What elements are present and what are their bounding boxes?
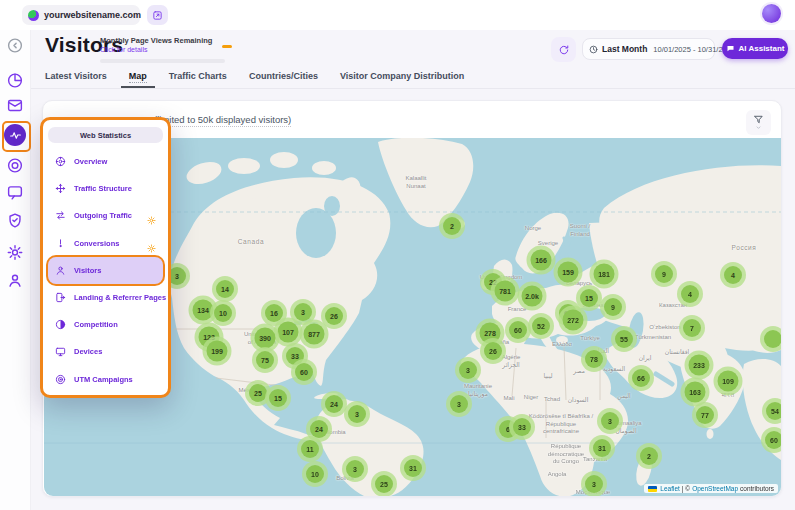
web-statistics-icon[interactable] <box>4 124 26 146</box>
external-link-icon <box>152 10 163 21</box>
map-cluster-marker[interactable]: 166 <box>531 250 552 271</box>
map-cluster-marker[interactable]: 278 <box>480 323 501 344</box>
menu-item-visitors[interactable]: Visitors <box>48 257 163 284</box>
leaflet-link[interactable]: Leaflet <box>660 485 680 492</box>
map-cluster-marker[interactable]: 4 <box>681 285 699 303</box>
map-cluster-marker[interactable]: 52 <box>532 317 550 335</box>
filter-button[interactable] <box>746 110 771 135</box>
map-cluster-marker[interactable]: 877 <box>304 324 325 345</box>
map-cluster-marker[interactable]: 3 <box>346 460 364 478</box>
menu-item-label: Conversions <box>74 239 119 248</box>
website-selector[interactable]: yourwebsitename.com <box>22 5 140 25</box>
map-cluster-marker[interactable]: 11 <box>301 440 319 458</box>
map-cluster-marker[interactable]: 2.0k <box>522 286 543 307</box>
map-cluster-marker[interactable]: 3 <box>348 405 366 423</box>
menu-item-landing-referrer-pages[interactable]: Landing & Referrer Pages <box>48 284 163 311</box>
map-cluster-marker[interactable]: 24 <box>325 395 343 413</box>
map-cluster-marker[interactable]: 66 <box>632 369 650 387</box>
map-cluster-marker[interactable]: 60 <box>765 431 781 449</box>
date-range-picker[interactable]: Last Month 10/01/2025 - 10/31/2025 <box>582 38 715 60</box>
website-name: yourwebsitename.com <box>44 10 141 20</box>
map-cluster-marker[interactable]: 24 <box>310 420 328 438</box>
messages-icon[interactable] <box>7 97 24 114</box>
map-cluster-marker[interactable]: 60 <box>509 321 527 339</box>
attribution-suffix: contributors <box>740 485 774 492</box>
map-cluster-marker[interactable]: 26 <box>484 342 502 360</box>
map-cluster-marker[interactable]: 181 <box>594 264 615 285</box>
open-website-button[interactable] <box>147 5 168 25</box>
collapse-sidebar-icon[interactable] <box>7 37 24 54</box>
map-cluster-marker[interactable]: 4 <box>724 266 742 284</box>
map-cluster-marker[interactable]: 33 <box>513 418 531 436</box>
map-cluster-marker[interactable]: 3 <box>585 475 603 493</box>
map-cluster-marker[interactable]: 7 <box>683 319 701 337</box>
menu-item-label: Overview <box>74 157 107 166</box>
map-cluster-marker[interactable]: 25 <box>375 475 393 493</box>
account-icon[interactable] <box>7 272 24 289</box>
map-cluster-marker[interactable]: 3 <box>294 303 312 321</box>
map-cluster-marker[interactable]: 134 <box>193 300 214 321</box>
security-icon[interactable] <box>7 212 24 229</box>
map-cluster-marker[interactable]: 163 <box>685 382 706 403</box>
map-cluster-marker[interactable]: 272 <box>563 310 584 331</box>
map-cluster-marker[interactable]: 55 <box>615 330 633 348</box>
settings-icon[interactable] <box>7 244 24 261</box>
refresh-button[interactable] <box>551 37 576 62</box>
map-cluster-marker[interactable]: 60 <box>295 363 313 381</box>
menu-item-competition[interactable]: Competition <box>48 311 163 338</box>
menu-item-outgoing-traffic[interactable]: Outgoing Traffic <box>48 202 163 229</box>
map-cluster-marker[interactable]: 2 <box>443 217 461 235</box>
map-cluster-marker[interactable]: 3 <box>450 395 468 413</box>
map-cluster-marker[interactable]: 26 <box>325 307 343 325</box>
tab-traffic-charts[interactable]: Traffic Charts <box>169 71 227 81</box>
map-cluster-marker[interactable]: 31 <box>593 439 611 457</box>
map-cluster-marker[interactable]: 233 <box>689 355 710 376</box>
map-cluster-marker[interactable]: 16 <box>265 304 283 322</box>
chat-bubble-icon <box>726 44 735 53</box>
menu-item-overview[interactable]: Overview <box>48 148 163 175</box>
menu-item-utm-campaigns[interactable]: UTM Campaigns <box>48 366 163 393</box>
map-cluster-marker[interactable]: 77 <box>696 406 714 424</box>
tab-map[interactable]: Map <box>129 71 147 83</box>
chat-icon[interactable] <box>7 184 24 201</box>
map-cluster-marker[interactable]: 14 <box>216 280 234 298</box>
map-cluster-marker[interactable]: 2 <box>640 447 658 465</box>
map-cluster-marker[interactable]: 107 <box>278 322 299 343</box>
map-cluster-marker[interactable]: 54 <box>766 402 781 420</box>
map-cluster-marker[interactable]: 199 <box>207 341 228 362</box>
map-cluster-marker[interactable] <box>764 330 781 348</box>
landing-icon <box>55 292 66 303</box>
map-cluster-marker[interactable]: 10 <box>306 465 324 483</box>
tab-latest-visitors[interactable]: Latest Visitors <box>45 71 107 81</box>
menu-item-traffic-structure[interactable]: Traffic Structure <box>48 175 163 202</box>
map-cluster-marker[interactable]: 3 <box>459 361 477 379</box>
goals-icon[interactable] <box>7 157 24 174</box>
map-cluster-marker[interactable]: 75 <box>256 351 274 369</box>
map-cluster-marker[interactable]: 10 <box>214 304 232 322</box>
map-cluster-marker[interactable]: 390 <box>255 328 276 349</box>
competition-icon <box>55 319 66 330</box>
map-cluster-marker[interactable]: 109 <box>718 371 739 392</box>
map-cluster-marker[interactable]: 9 <box>655 265 673 283</box>
menu-item-conversions[interactable]: Conversions <box>48 230 163 257</box>
map-cluster-marker[interactable]: 3 <box>601 412 619 430</box>
map-cluster-marker[interactable]: 31 <box>404 459 422 477</box>
reports-icon[interactable] <box>7 72 24 89</box>
clock-icon <box>589 45 598 54</box>
map-cluster-marker[interactable]: 15 <box>580 289 598 307</box>
openstreetmap-link[interactable]: OpenStreetMap <box>692 485 738 492</box>
tab-visitor-company-distribution[interactable]: Visitor Company Distribution <box>340 71 464 81</box>
tab-countries-cities[interactable]: Countries/Cities <box>249 71 318 81</box>
ai-assistant-button[interactable]: AI Assistant <box>722 38 788 59</box>
map-cluster-marker[interactable]: 9 <box>604 298 622 316</box>
mpv-details-link[interactable]: Click for details <box>100 46 228 53</box>
map-cluster-marker[interactable]: 25 <box>249 384 267 402</box>
menu-item-label: Competition <box>74 320 118 329</box>
menu-item-devices[interactable]: Devices <box>48 338 163 365</box>
map-cluster-marker[interactable]: 78 <box>585 350 603 368</box>
map-cluster-marker[interactable]: 159 <box>558 262 579 283</box>
avatar[interactable] <box>762 4 781 23</box>
conversions-icon <box>55 238 66 249</box>
map-cluster-marker[interactable]: 781 <box>495 281 516 302</box>
map-cluster-marker[interactable]: 15 <box>269 389 287 407</box>
